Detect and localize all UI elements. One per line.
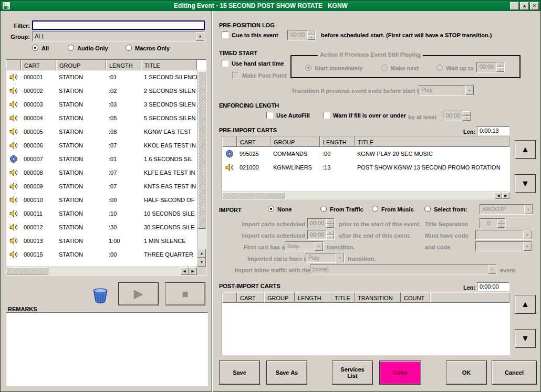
cue-to-event-label[interactable]: Cue to this event: [232, 32, 278, 38]
spin-up-icon[interactable]: ▲: [496, 62, 504, 67]
column-length[interactable]: LENGTH: [320, 136, 355, 147]
hard-start-checkbox[interactable]: [222, 60, 228, 67]
radio-start-immediately-label[interactable]: Start immediately: [315, 65, 363, 71]
radio-audio-only-label[interactable]: Audio Only: [77, 45, 108, 51]
column-transition[interactable]: TRANSITION: [355, 292, 401, 303]
scroll-down-button[interactable]: ▼: [197, 258, 206, 267]
column-cart[interactable]: CART: [21, 60, 56, 70]
spin-down-icon[interactable]: ▼: [307, 35, 315, 40]
column-cart[interactable]: CART: [237, 136, 270, 147]
scroll-right-button[interactable]: ▶: [502, 192, 509, 199]
cart-row[interactable]: 000005STATION:08KGNW EAS TEST: [6, 125, 197, 139]
radio-import-none-label[interactable]: None: [277, 206, 292, 213]
cart-row[interactable]: 000013STATION1:001 MIN SILENCE: [6, 234, 197, 248]
stop-button[interactable]: ■: [165, 282, 205, 305]
radio-audio-only[interactable]: [68, 45, 74, 51]
column-length[interactable]: LENGTH: [106, 60, 141, 70]
cart-row[interactable]: 000008STATION:07KLFE EAS TEST IN: [6, 166, 197, 179]
column-icon[interactable]: [6, 60, 21, 70]
post-import-table[interactable]: CART GROUP LENGTH TITLE TRANSITION COUNT: [222, 292, 510, 355]
cue-to-event-checkbox[interactable]: [222, 31, 228, 38]
chevron-down-icon[interactable]: ▼: [523, 242, 532, 251]
maximize-button[interactable]: ▲: [520, 2, 529, 10]
spin-down-icon[interactable]: ▼: [496, 67, 504, 72]
warn-time-spinner[interactable]: 00:00 ▲▼: [443, 111, 471, 121]
cart-browser-table[interactable]: CART GROUP LENGTH TITLE 000001STATION:01…: [6, 59, 206, 276]
pre-import-table[interactable]: CART GROUP LENGTH TITLE 995025COMMANDS:0…: [222, 136, 510, 199]
horizontal-scrollbar-track[interactable]: [285, 192, 495, 199]
chevron-down-icon[interactable]: ▼: [315, 242, 323, 251]
minimize-button[interactable]: –: [510, 2, 519, 10]
cart-row[interactable]: 000001STATION:011 SECOND SILENCE: [6, 70, 197, 84]
cart-row[interactable]: 000004STATION:055 SECONDS SILEN: [6, 111, 197, 125]
cart-row[interactable]: 000010STATION:00HALF SECOND OF: [6, 193, 197, 207]
warn-fill-checkbox[interactable]: [323, 112, 330, 119]
column-icon[interactable]: [222, 292, 237, 303]
sched-after-spinner[interactable]: 00:00 ▲▼: [307, 230, 335, 240]
group-select[interactable]: ALL ▼: [32, 31, 205, 41]
horizontal-scrollbar-track[interactable]: [48, 267, 180, 275]
scroll-left-button[interactable]: ◀: [180, 267, 189, 275]
transition-if-previous-select[interactable]: Play ▼: [419, 85, 474, 96]
cart-row[interactable]: 000007STATION:011.6 SECONDS SIL: [6, 152, 197, 166]
first-cart-transition-select[interactable]: Stop ▼: [285, 241, 324, 251]
cart-row[interactable]: 000002STATION:022 SECONDS SILEN: [6, 84, 197, 98]
column-title[interactable]: TITLE: [331, 292, 355, 303]
cart-row[interactable]: 000006STATION:07KKOL EAS TEST IN: [6, 139, 197, 152]
scroll-right-button[interactable]: ▶: [189, 267, 197, 275]
column-group[interactable]: GROUP: [264, 292, 295, 303]
radio-import-music-label[interactable]: From Music: [381, 206, 414, 213]
radio-import-traffic-label[interactable]: From Traffic: [330, 206, 363, 213]
cart-row[interactable]: 000003STATION:033 SECONDS SILEN: [6, 98, 197, 111]
scroll-up-button[interactable]: ▲: [197, 249, 206, 258]
column-title[interactable]: TITLE: [141, 60, 197, 70]
ok-button[interactable]: OK: [446, 361, 487, 385]
title-separation-spinner[interactable]: 0 ▲▼: [480, 218, 506, 228]
cancel-button[interactable]: Cancel: [492, 361, 537, 385]
radio-wait-up-to-label[interactable]: Wait up to: [446, 65, 474, 71]
spin-up-icon[interactable]: ▲: [463, 111, 471, 116]
chevron-down-icon[interactable]: ▼: [524, 205, 533, 214]
column-group[interactable]: GROUP: [270, 136, 320, 147]
pre-import-move-up-button[interactable]: ▲: [515, 140, 536, 159]
spin-down-icon[interactable]: ▼: [463, 116, 471, 121]
cart-row[interactable]: 000009STATION:07KNTS EAS TEST IN: [6, 179, 197, 193]
radio-start-immediately[interactable]: [305, 65, 311, 71]
warn-fill-label[interactable]: Warn if fill is over or under: [333, 112, 406, 119]
horizontal-scrollbar[interactable]: ◀ ▶: [222, 192, 509, 199]
radio-all-label[interactable]: All: [41, 45, 49, 51]
cart-row[interactable]: 000015STATION:00THREE QUARTER: [6, 248, 197, 261]
column-length[interactable]: LENGTH: [295, 292, 331, 303]
imported-carts-transition-select[interactable]: Play ▼: [306, 253, 345, 263]
post-import-move-up-button[interactable]: ▲: [515, 295, 536, 314]
play-button[interactable]: ▶: [118, 282, 159, 305]
hard-start-label[interactable]: Use hard start time: [232, 60, 284, 67]
use-autofill-checkbox[interactable]: [266, 112, 273, 119]
radio-import-select-from[interactable]: [424, 206, 431, 212]
use-autofill-label[interactable]: Use AutoFill: [276, 112, 310, 119]
spin-up-icon[interactable]: ▲: [307, 30, 315, 35]
chevron-down-icon[interactable]: ▼: [336, 253, 344, 262]
horizontal-scrollbar-thumb[interactable]: [6, 268, 48, 274]
color-button[interactable]: Color: [379, 361, 421, 385]
horizontal-scrollbar[interactable]: ◀ ▶: [6, 267, 197, 275]
radio-all[interactable]: [32, 45, 38, 51]
remarks-textarea[interactable]: [6, 312, 208, 386]
radio-macros-only[interactable]: [126, 45, 132, 51]
and-code-select[interactable]: ▼: [475, 241, 532, 251]
cart-row[interactable]: 995025COMMANDS:00KGNW PLAY 20 SEC MUSIC: [222, 147, 509, 161]
sched-prior-spinner[interactable]: 00:00 ▲▼: [307, 218, 335, 228]
cart-row[interactable]: 000012STATION:3030 SECONDS SILE: [6, 220, 197, 234]
must-have-code-select[interactable]: ▼: [475, 230, 532, 240]
save-button[interactable]: Save: [219, 361, 260, 385]
column-icon[interactable]: [222, 136, 237, 147]
services-list-button[interactable]: ServicesList: [332, 361, 373, 385]
spin-down-icon[interactable]: ▼: [497, 224, 505, 228]
spin-up-icon[interactable]: ▲: [326, 230, 334, 235]
wait-time-spinner[interactable]: 00:00 ▲▼: [476, 62, 505, 72]
radio-import-music[interactable]: [372, 206, 378, 212]
vertical-scrollbar[interactable]: ▲ ▼: [197, 70, 206, 267]
chevron-down-icon[interactable]: ▼: [488, 265, 496, 274]
vertical-scrollbar-thumb[interactable]: [198, 71, 205, 229]
horizontal-scrollbar-thumb[interactable]: [222, 193, 285, 198]
